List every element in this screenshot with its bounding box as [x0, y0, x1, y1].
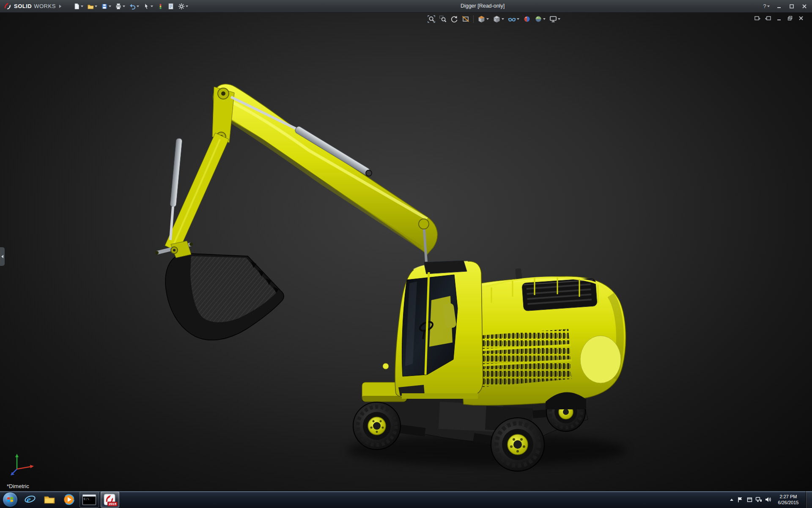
- taskbar-clock[interactable]: 2:27 PM 6/26/2015: [773, 494, 804, 505]
- start-button[interactable]: [0, 491, 20, 508]
- undo-button[interactable]: [127, 1, 141, 11]
- zoom-to-area-button[interactable]: [438, 14, 448, 25]
- restore-window-left-button[interactable]: [753, 14, 761, 22]
- excavator-model[interactable]: [0, 12, 812, 491]
- solidworks-taskbar-button[interactable]: 2015: [101, 491, 119, 508]
- command-prompt-text: C:\: [84, 497, 89, 501]
- apply-scene-button[interactable]: [533, 14, 547, 25]
- section-view-button[interactable]: [461, 14, 471, 25]
- printer-icon: [115, 3, 122, 10]
- minimize-document-button[interactable]: [775, 14, 783, 22]
- solidworks-logo[interactable]: SOLIDWORKS: [0, 0, 66, 12]
- options-gear-icon: [178, 3, 185, 10]
- media-player-button[interactable]: [59, 491, 79, 508]
- edit-appearance-sphere-icon: [523, 15, 531, 23]
- new-document-button[interactable]: [71, 1, 85, 11]
- network-button[interactable]: [754, 491, 763, 508]
- work-light: [383, 363, 389, 369]
- select-button[interactable]: [141, 1, 155, 11]
- close-document-button[interactable]: [797, 14, 805, 22]
- view-settings-monitor-icon: [549, 15, 557, 23]
- dropdown-caret: [543, 18, 546, 20]
- dropdown-caret: [123, 6, 125, 7]
- view-orientation-cube-icon: [477, 15, 486, 23]
- edit-appearance-button[interactable]: [522, 14, 532, 25]
- save-button[interactable]: [99, 1, 113, 11]
- clock-time: 2:27 PM: [774, 494, 802, 500]
- dropdown-caret: [81, 6, 83, 7]
- minimize-icon: [776, 4, 782, 9]
- rebuild-traffic-light-icon: [157, 3, 164, 10]
- select-cursor-icon: [143, 3, 150, 10]
- engine-hood-vents: [522, 278, 597, 311]
- dropdown-caret: [558, 18, 560, 20]
- command-prompt-taskbar-button[interactable]: C:\: [80, 491, 99, 508]
- restore-window-right-button[interactable]: [764, 14, 772, 22]
- hidden-icons-button[interactable]: [728, 491, 735, 508]
- document-title: Digger [Read-only]: [461, 0, 505, 12]
- internet-explorer-button[interactable]: e: [20, 491, 40, 508]
- section-view-icon: [462, 15, 469, 23]
- rebuild-button[interactable]: [155, 1, 165, 11]
- graphics-viewport[interactable]: *Dimetric: [0, 12, 812, 491]
- main-toolbar: [71, 1, 190, 11]
- file-properties-button[interactable]: [166, 1, 176, 11]
- display-style-button[interactable]: [491, 14, 505, 25]
- dropdown-caret: [517, 18, 519, 20]
- triad-z-axis: [12, 469, 17, 474]
- apply-scene-sphere-icon: [535, 15, 542, 23]
- triad-x-axis: [17, 467, 31, 469]
- system-tray: 2:27 PM 6/26/2015: [728, 491, 812, 508]
- action-center-flag-icon: [737, 497, 743, 503]
- view-settings-button[interactable]: [548, 14, 562, 25]
- maximize-button[interactable]: [786, 2, 798, 11]
- stick-arm[interactable]: [155, 133, 229, 260]
- bucket[interactable]: [165, 241, 284, 340]
- solidworks-version-badge: 2015: [107, 502, 118, 506]
- command-prompt-icon: C:\: [82, 494, 96, 505]
- open-button[interactable]: [85, 1, 99, 11]
- windows-taskbar: e C:\: [0, 491, 812, 508]
- help-button[interactable]: ?: [760, 2, 772, 11]
- dropdown-caret: [109, 6, 111, 7]
- hide-show-items-button[interactable]: [507, 14, 521, 25]
- dropdown-caret: [767, 6, 770, 7]
- show-desktop-button[interactable]: [806, 491, 812, 508]
- previous-view-icon: [450, 15, 458, 23]
- minimize-button[interactable]: [773, 2, 785, 11]
- dropdown-caret: [502, 18, 504, 20]
- volume-button[interactable]: [763, 491, 773, 508]
- cab[interactable]: [383, 260, 483, 399]
- mdi-window-controls: [753, 14, 805, 22]
- dropdown-caret: [137, 6, 139, 7]
- app-status-button[interactable]: [745, 491, 754, 508]
- action-center-button[interactable]: [735, 491, 745, 508]
- windows-explorer-button[interactable]: [40, 491, 59, 508]
- engine-body[interactable]: [461, 268, 625, 409]
- boom-arm[interactable]: [212, 84, 437, 254]
- file-properties-icon: [167, 3, 174, 10]
- zoom-to-fit-button[interactable]: [426, 14, 436, 25]
- front-right-wheel[interactable]: [491, 418, 544, 471]
- view-orientation-button[interactable]: [476, 14, 490, 25]
- app-window-icon: [746, 497, 753, 503]
- front-left-wheel[interactable]: [353, 402, 401, 450]
- svg-text:e: e: [27, 494, 31, 505]
- help-glyph: ?: [763, 3, 766, 9]
- hide-show-glasses-icon: [508, 15, 516, 23]
- window-controls: ?: [760, 0, 810, 12]
- close-button[interactable]: [798, 2, 810, 11]
- internet-explorer-icon: e: [24, 494, 36, 505]
- clock-date: 6/26/2015: [774, 500, 802, 505]
- restore-window-left-icon: [754, 15, 760, 22]
- app-name-bold: SOLID: [14, 3, 32, 9]
- zoom-to-fit-icon: [428, 15, 435, 23]
- featuremanager-flyout-tab[interactable]: [0, 247, 5, 266]
- previous-view-button[interactable]: [449, 14, 459, 25]
- restore-document-button[interactable]: [786, 14, 794, 22]
- close-icon: [802, 4, 807, 9]
- print-button[interactable]: [113, 1, 127, 11]
- undo-arrow-icon: [129, 3, 136, 10]
- menu-expand-arrow-icon[interactable]: [59, 5, 61, 8]
- options-button[interactable]: [176, 1, 190, 11]
